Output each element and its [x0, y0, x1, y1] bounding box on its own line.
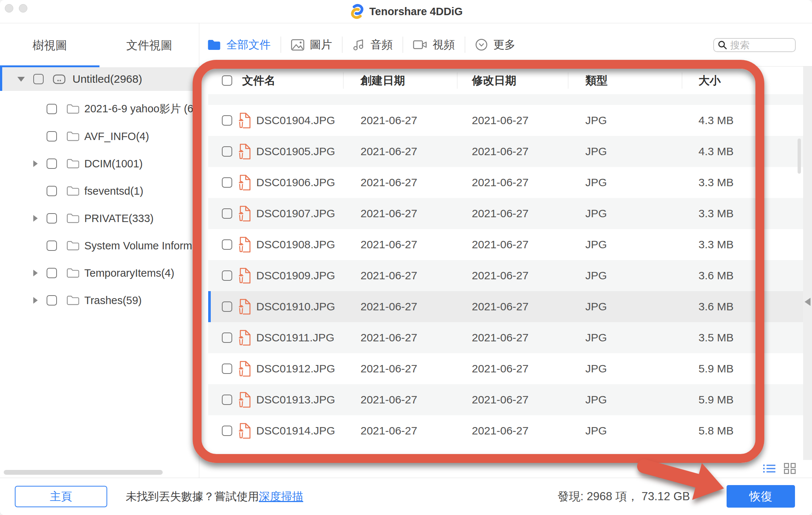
filter-item[interactable]: 更多 [475, 37, 515, 52]
title-bar: Tenorshare 4DDiG [0, 0, 812, 23]
list-view-icon[interactable] [763, 464, 776, 474]
scan-summary: 發現: 2968 項， 73.12 GB [558, 478, 690, 515]
deleted-file-icon [238, 113, 251, 129]
deleted-file-icon [238, 268, 251, 284]
row-checkbox[interactable] [222, 177, 232, 188]
table-row[interactable]: DSC01904.JPG2021-06-272021-06-27JPG4.3 M… [208, 105, 803, 136]
column-divider [457, 72, 457, 89]
app-brand: Tenorshare 4DDiG [0, 0, 812, 23]
row-checkbox[interactable] [222, 146, 232, 157]
row-checkbox[interactable] [222, 426, 232, 436]
app-title: Tenorshare 4DDiG [369, 6, 463, 18]
recover-button[interactable]: 恢復 [727, 485, 795, 508]
tree-item-checkbox[interactable] [47, 213, 57, 224]
file-type-cell: JPG [585, 393, 607, 406]
tree-item-checkbox[interactable] [47, 104, 57, 114]
app-window: Tenorshare 4DDiG 樹視圖 文件視圖 Untitled(2968)… [0, 0, 812, 515]
modified-date-cell: 2021-06-27 [472, 176, 528, 189]
tree-folder-icon [67, 186, 79, 197]
deep-scan-link[interactable]: 深度掃描 [259, 489, 303, 504]
search-box[interactable] [713, 38, 796, 52]
tree-item-checkbox[interactable] [47, 158, 57, 169]
video-icon [413, 40, 427, 50]
table-row[interactable]: DSC01907.JPG2021-06-272021-06-27JPG3.3 M… [208, 198, 803, 229]
file-name-cell: DSC01911.JPG [256, 331, 334, 344]
created-date-cell: 2021-06-27 [361, 269, 417, 282]
file-size-cell: 5.9 MB [698, 362, 734, 375]
caret-down-icon[interactable] [17, 76, 25, 82]
tree-item-label: Trashes(59) [84, 294, 142, 307]
table-row[interactable]: DSC01911.JPG2021-06-272021-06-27JPG3.5 M… [208, 322, 803, 353]
horizontal-scrollbar[interactable] [4, 470, 163, 475]
row-checkbox[interactable] [222, 364, 232, 374]
table-row[interactable]: DSC01912.JPG2021-06-272021-06-27JPG5.9 M… [208, 353, 803, 384]
table-row[interactable]: DSC01909.JPG2021-06-272021-06-27JPG3.6 M… [208, 260, 803, 291]
filter-label: 音頻 [371, 37, 393, 52]
sidebar-item[interactable]: fseventsd(1) [0, 177, 199, 205]
row-checkbox[interactable] [222, 301, 232, 312]
table-row[interactable]: DSC01908.JPG2021-06-272021-06-27JPG3.3 M… [208, 229, 803, 260]
row-checkbox[interactable] [222, 208, 232, 219]
toolbar-filters: 全部文件圖片音頻視頻更多 [207, 37, 515, 53]
sidebar-item[interactable]: 2021-6-9 yahoo影片 (6 [0, 95, 199, 123]
tree-root-item[interactable]: Untitled(2968) [0, 67, 199, 91]
search-input[interactable] [730, 40, 786, 51]
column-header-name[interactable]: 文件名 [242, 73, 275, 88]
file-type-cell: JPG [585, 114, 607, 127]
table-row[interactable]: DSC01913.JPG2021-06-272021-06-27JPG5.9 M… [208, 384, 803, 415]
column-header-created[interactable]: 創建日期 [361, 73, 405, 88]
row-checkbox[interactable] [222, 115, 232, 126]
music-icon [352, 39, 365, 51]
filter-label: 視頻 [433, 37, 455, 52]
row-checkbox[interactable] [222, 332, 232, 343]
sidebar-item[interactable]: DCIM(1001) [0, 150, 199, 177]
tab-tree-view[interactable]: 樹視圖 [0, 23, 99, 67]
filter-item[interactable]: 全部文件 [207, 37, 271, 52]
column-header-type[interactable]: 類型 [585, 73, 608, 88]
table-row[interactable]: DSC01910.JPG2021-06-272021-06-27JPG3.6 M… [208, 291, 803, 322]
row-checkbox[interactable] [222, 395, 232, 405]
tab-file-view[interactable]: 文件視圖 [99, 23, 199, 67]
column-header-modified[interactable]: 修改日期 [472, 73, 516, 88]
row-checkbox[interactable] [222, 270, 232, 281]
sidebar-item[interactable]: System Volume Informa [0, 232, 199, 259]
created-date-cell: 2021-06-27 [361, 114, 417, 127]
sidebar-item[interactable]: TemporaryItems(4) [0, 259, 199, 287]
row-checkbox[interactable] [222, 239, 232, 250]
vertical-scrollbar[interactable] [798, 139, 801, 174]
footer-bar: 主頁 未找到丟失數據？嘗試使用深度掃描 發現: 2968 項， 73.12 GB… [0, 478, 812, 515]
tree-item-checkbox[interactable] [47, 268, 57, 278]
sidebar-item[interactable]: AVF_INFO(4) [0, 123, 199, 150]
sidebar-item[interactable]: Trashes(59) [0, 287, 199, 314]
tree-item-label: DCIM(1001) [84, 158, 143, 170]
tree-item-checkbox[interactable] [47, 295, 57, 306]
tree-item-checkbox[interactable] [47, 186, 57, 196]
filter-label: 全部文件 [226, 37, 271, 52]
filter-toolbar: 全部文件圖片音頻視頻更多 [199, 23, 812, 66]
row-checkbox[interactable] [222, 457, 232, 460]
deleted-file-icon [238, 175, 251, 191]
caret-right-icon[interactable] [33, 297, 38, 304]
tree-root-checkbox[interactable] [33, 74, 44, 84]
home-button[interactable]: 主頁 [15, 486, 107, 507]
column-divider [682, 72, 682, 89]
table-row[interactable]: DSC01914.JPG2021-06-272021-06-27JPG5.8 M… [208, 415, 803, 446]
table-row[interactable]: DSC01905.JPG2021-06-272021-06-27JPG4.3 M… [208, 136, 803, 167]
caret-right-icon[interactable] [33, 215, 38, 222]
file-type-cell: JPG [585, 331, 607, 344]
drive-icon [53, 74, 66, 85]
collapse-panel-arrow-icon[interactable] [805, 298, 811, 306]
sidebar-item[interactable]: PRIVATE(333) [0, 205, 199, 232]
caret-right-icon[interactable] [33, 160, 38, 167]
tree-item-checkbox[interactable] [47, 241, 57, 251]
column-header-size[interactable]: 大小 [698, 73, 721, 88]
caret-right-icon[interactable] [33, 269, 38, 277]
filter-item[interactable]: 圖片 [291, 37, 332, 52]
select-all-checkbox[interactable] [222, 75, 232, 86]
table-row[interactable]: DSC01906.JPG2021-06-272021-06-27JPG3.3 M… [208, 167, 803, 198]
filter-item[interactable]: 視頻 [413, 37, 455, 52]
modified-date-cell: 2021-06-27 [472, 362, 528, 375]
tree-item-checkbox[interactable] [47, 131, 57, 141]
filter-item[interactable]: 音頻 [352, 37, 393, 52]
grid-view-icon[interactable] [784, 463, 796, 474]
